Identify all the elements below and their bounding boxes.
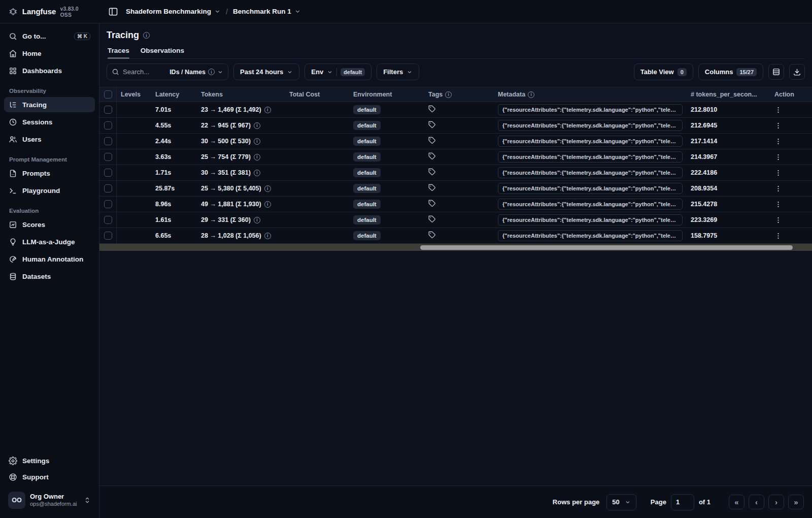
select-all-checkbox[interactable]: [104, 90, 112, 99]
page-number-input[interactable]: [671, 494, 694, 510]
tag-icon[interactable]: [428, 168, 436, 176]
export-button[interactable]: [789, 64, 805, 80]
sidebar-item-datasets[interactable]: Datasets: [4, 269, 95, 284]
metadata-box[interactable]: {"resourceAttributes":{"telemetry.sdk.la…: [498, 120, 683, 131]
sidebar-item-human-annotation[interactable]: Human Annotation: [4, 251, 95, 267]
tag-icon[interactable]: [428, 137, 436, 144]
info-icon[interactable]: [254, 217, 260, 223]
search-mode-selector[interactable]: IDs / Names: [170, 69, 223, 76]
tag-icon[interactable]: [428, 215, 436, 223]
previous-page-button[interactable]: ‹: [749, 495, 764, 509]
row-height-button[interactable]: [768, 64, 784, 80]
filters-button[interactable]: Filters: [377, 63, 419, 80]
goto-search-button[interactable]: Go to... ⌘ K: [4, 28, 95, 44]
info-icon[interactable]: [254, 170, 260, 176]
header-environment[interactable]: Environment: [349, 91, 424, 98]
sidebar-item-prompts[interactable]: Prompts: [4, 166, 95, 181]
metadata-box[interactable]: {"resourceAttributes":{"telemetry.sdk.la…: [498, 199, 683, 210]
metadata-box[interactable]: {"resourceAttributes":{"telemetry.sdk.la…: [498, 214, 683, 225]
tag-icon[interactable]: [428, 121, 436, 128]
row-checkbox[interactable]: [104, 232, 112, 240]
row-menu-button[interactable]: [774, 153, 782, 161]
info-icon[interactable]: [264, 201, 271, 208]
info-icon[interactable]: [254, 154, 260, 160]
row-menu-button[interactable]: [774, 138, 782, 145]
user-menu[interactable]: OO Org Owner ops@shadeform.ai: [5, 490, 94, 511]
breadcrumb-project[interactable]: Shadeform Benchmarking: [126, 8, 221, 15]
tag-icon[interactable]: [428, 152, 436, 160]
info-icon[interactable]: [254, 122, 260, 129]
header-tokens-per-second[interactable]: # tokens_per_secon...: [687, 91, 765, 98]
breadcrumb-run[interactable]: Benchmark Run 1: [233, 8, 301, 15]
row-checkbox[interactable]: [104, 137, 112, 145]
row-checkbox[interactable]: [104, 169, 112, 177]
tab-traces[interactable]: Traces: [108, 47, 129, 58]
tag-icon[interactable]: [428, 184, 436, 191]
sidebar-item-settings[interactable]: Settings: [4, 453, 95, 468]
row-menu-button[interactable]: [774, 169, 782, 177]
info-icon[interactable]: [254, 138, 260, 145]
header-levels[interactable]: Levels: [117, 91, 151, 98]
sidebar-item-support[interactable]: Support: [4, 469, 95, 484]
tab-observations[interactable]: Observations: [141, 47, 184, 58]
sidebar-item-tracing[interactable]: Tracing: [4, 97, 95, 112]
header-metadata[interactable]: Metadata: [494, 91, 687, 98]
row-menu-button[interactable]: [774, 122, 782, 130]
info-icon[interactable]: [264, 185, 271, 192]
table-row[interactable]: 7.01s 23 → 1,469 (Σ 1,492) default {"res…: [99, 102, 812, 118]
metadata-box[interactable]: {"resourceAttributes":{"telemetry.sdk.la…: [498, 167, 683, 178]
table-row[interactable]: 3.63s 25 → 754 (Σ 779) default {"resourc…: [99, 149, 812, 165]
table-view-button[interactable]: Table View 0: [634, 63, 693, 80]
metadata-box[interactable]: {"resourceAttributes":{"telemetry.sdk.la…: [498, 104, 683, 115]
metadata-box[interactable]: {"resourceAttributes":{"telemetry.sdk.la…: [498, 230, 683, 241]
row-menu-button[interactable]: [774, 216, 782, 224]
time-range-button[interactable]: Past 24 hours: [233, 63, 299, 80]
info-icon[interactable]: [264, 233, 271, 239]
header-tags[interactable]: Tags: [424, 91, 494, 98]
table-row[interactable]: 4.55s 22 → 945 (Σ 967) default {"resourc…: [99, 118, 812, 134]
search-box[interactable]: IDs / Names: [107, 63, 228, 80]
sidebar-item-home[interactable]: Home: [4, 46, 95, 61]
row-checkbox[interactable]: [104, 184, 112, 192]
metadata-box[interactable]: {"resourceAttributes":{"telemetry.sdk.la…: [498, 136, 683, 147]
search-input[interactable]: [123, 68, 156, 76]
sidebar-item-users[interactable]: Users: [4, 132, 95, 147]
sidebar-item-sessions[interactable]: Sessions: [4, 114, 95, 130]
table-row[interactable]: 8.96s 49 → 1,881 (Σ 1,930) default {"res…: [99, 197, 812, 212]
metadata-box[interactable]: {"resourceAttributes":{"telemetry.sdk.la…: [498, 183, 683, 194]
row-checkbox[interactable]: [104, 216, 112, 224]
info-icon[interactable]: [264, 107, 271, 113]
scrollbar-thumb[interactable]: [420, 245, 793, 250]
row-checkbox[interactable]: [104, 153, 112, 161]
table-row[interactable]: 6.65s 28 → 1,028 (Σ 1,056) default {"res…: [99, 228, 812, 244]
next-page-button[interactable]: ›: [768, 495, 784, 509]
sidebar-item-llm-as-a-judge[interactable]: LLM-as-a-Judge: [4, 234, 95, 249]
header-total-cost[interactable]: Total Cost: [285, 91, 349, 98]
first-page-button[interactable]: «: [729, 495, 745, 509]
columns-button[interactable]: Columns 15/27: [698, 63, 763, 80]
row-checkbox[interactable]: [104, 200, 112, 208]
table-row[interactable]: 2.44s 30 → 500 (Σ 530) default {"resourc…: [99, 134, 812, 149]
table-row[interactable]: 1.61s 29 → 331 (Σ 360) default {"resourc…: [99, 212, 812, 228]
tag-icon[interactable]: [428, 105, 436, 113]
rows-per-page-select[interactable]: 50: [606, 494, 636, 510]
row-checkbox[interactable]: [104, 121, 112, 130]
metadata-box[interactable]: {"resourceAttributes":{"telemetry.sdk.la…: [498, 151, 683, 163]
sidebar-toggle-button[interactable]: [106, 4, 121, 19]
header-tokens[interactable]: Tokens: [197, 91, 285, 98]
header-latency[interactable]: Latency: [151, 91, 197, 98]
sidebar-item-playground[interactable]: Playground: [4, 183, 95, 198]
env-filter-button[interactable]: Env default: [304, 63, 371, 80]
tag-icon[interactable]: [428, 200, 436, 207]
row-menu-button[interactable]: [774, 106, 782, 114]
row-menu-button[interactable]: [774, 185, 782, 192]
tag-icon[interactable]: [428, 231, 436, 239]
row-menu-button[interactable]: [774, 201, 782, 208]
table-row[interactable]: 25.87s 25 → 5,380 (Σ 5,405) default {"re…: [99, 181, 812, 197]
sidebar-item-scores[interactable]: Scores: [4, 217, 95, 232]
info-icon[interactable]: [143, 32, 150, 39]
table-row[interactable]: 1.71s 30 → 351 (Σ 381) default {"resourc…: [99, 165, 812, 181]
row-menu-button[interactable]: [774, 232, 782, 240]
sidebar-item-dashboards[interactable]: Dashboards: [4, 63, 95, 78]
row-checkbox[interactable]: [104, 106, 112, 114]
